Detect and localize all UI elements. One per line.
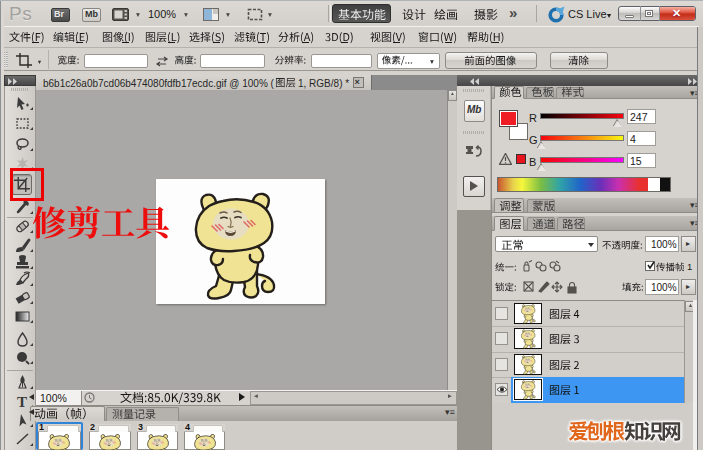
svg-text:T: T (17, 394, 27, 410)
